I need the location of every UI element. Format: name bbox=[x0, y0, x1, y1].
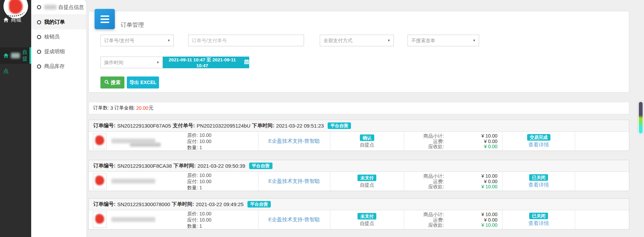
order-header: 订单编号: SN2012291300F8CA38 下单时间: 2021-03-2… bbox=[89, 160, 629, 172]
order-summary-bar: 订单数: 3 订单金额: 20.00 元 bbox=[88, 102, 629, 114]
menu-item-my-orders[interactable]: 我的订单 bbox=[31, 15, 86, 29]
menu-item-verifier[interactable]: 核销员 bbox=[31, 29, 86, 44]
order-state-badge: 已关闭 bbox=[529, 174, 548, 181]
menu-item-pickup-info[interactable]: 自提点信息 bbox=[31, 0, 86, 15]
select-value: 全部支付方式 bbox=[324, 38, 352, 43]
menu-item-commission-detail[interactable]: 提成明细 bbox=[31, 44, 86, 59]
home-icon bbox=[3, 17, 9, 22]
scrollbar-indicator[interactable] bbox=[638, 101, 643, 134]
action-cell: 已关闭 查看详情 bbox=[502, 172, 575, 191]
menu-toggle-button[interactable] bbox=[95, 9, 115, 29]
sidebar-item-label: 商城 bbox=[11, 17, 21, 23]
radio-circle-icon bbox=[37, 64, 41, 69]
subtotal-value: ¥ 10.00 bbox=[444, 133, 502, 139]
pay-method-select[interactable]: 全部支付方式 ▼ bbox=[320, 35, 394, 46]
totals-cell: 商品小计:¥ 10.00 运费:¥ 0.00 应收款:¥ 0.00 bbox=[404, 132, 502, 151]
menu-item-label: 自提点信息 bbox=[58, 4, 84, 11]
order-time-label: 下单时间: bbox=[252, 122, 275, 129]
order-time-value: 2021-03-22 09:49:25 bbox=[196, 201, 243, 207]
order-no-value: SN2012291300078000 bbox=[117, 201, 170, 207]
export-button-label: 导出 EXCEL bbox=[130, 80, 157, 86]
pay-status-badge: 未支付 bbox=[357, 175, 376, 181]
order-row: 原价: 10.00 应付: 10.00 数量: 1 E企盈技术支持-曾智聪 未支… bbox=[89, 172, 629, 191]
product-image-blur bbox=[95, 176, 104, 185]
menu-item-stock[interactable]: 商品库存 bbox=[31, 59, 86, 74]
product-thumbnail[interactable] bbox=[93, 173, 107, 189]
view-detail-link[interactable]: 查看详情 bbox=[528, 142, 549, 148]
action-cell: 已关闭 查看详情 bbox=[502, 210, 575, 229]
chevron-down-icon: ▼ bbox=[156, 57, 159, 68]
order-card: 订单编号: SN2012291300F67A05 支付单号: PN2021032… bbox=[88, 120, 629, 151]
support-link[interactable]: E企盈技术支持-曾智聪 bbox=[268, 138, 320, 144]
order-no-label: 订单编号: bbox=[93, 163, 116, 169]
sidebar-item-label-wrap: 点 bbox=[3, 68, 9, 74]
chevron-down-icon: ▼ bbox=[473, 35, 476, 46]
support-cell: E企盈技术支持-曾智聪 bbox=[258, 132, 330, 151]
search-button[interactable]: 搜索 bbox=[100, 76, 124, 88]
order-number-input[interactable] bbox=[188, 35, 304, 46]
primary-sidebar: 商城 自提 点 bbox=[0, 0, 31, 237]
redacted-text bbox=[11, 53, 20, 58]
order-number-type-select[interactable]: 订单号/支付号 ▼ bbox=[100, 35, 174, 46]
shipping-value: ¥ 0.00 bbox=[444, 179, 502, 185]
order-no-value: SN2012291300F67A05 bbox=[117, 123, 171, 129]
order-time-label: 下单时间: bbox=[172, 201, 194, 208]
menu-item-label: 核销员 bbox=[44, 34, 60, 40]
shipping-value: ¥ 0.00 bbox=[444, 217, 502, 223]
order-state-badge: 交易完成 bbox=[527, 134, 550, 141]
empty-cell bbox=[575, 132, 629, 151]
view-detail-link[interactable]: 查看详情 bbox=[528, 182, 549, 188]
platform-badge: 平台自营 bbox=[249, 163, 272, 169]
support-link[interactable]: E企盈技术支持-曾智聪 bbox=[268, 178, 320, 185]
pickup-label: 自提点 bbox=[360, 142, 374, 148]
time-type-select[interactable]: 操作时间 ▼ bbox=[100, 57, 163, 68]
search-button-label: 搜索 bbox=[111, 80, 121, 86]
first-order-select[interactable]: 不搜索首单 ▼ bbox=[408, 35, 479, 46]
subtotal-value: ¥ 10.00 bbox=[444, 174, 502, 179]
order-no-value: SN2012291300F8CA38 bbox=[117, 163, 172, 169]
export-excel-button[interactable]: 导出 EXCEL bbox=[127, 76, 159, 88]
search-icon bbox=[105, 80, 109, 85]
order-amount-label: 订单金额: bbox=[114, 105, 135, 111]
order-count-label: 订单数: bbox=[93, 105, 109, 111]
pay-no-label: 支付单号: bbox=[173, 122, 195, 129]
order-card: 订单编号: SN2012291300078000 下单时间: 2021-03-2… bbox=[88, 198, 629, 229]
order-count-value: 3 bbox=[110, 105, 113, 111]
receivable-value: ¥ 0.00 bbox=[444, 144, 502, 150]
sidebar-item-pickup-point[interactable]: 自提 bbox=[0, 47, 31, 64]
radio-circle-icon bbox=[37, 35, 41, 39]
status-cell: 未支付 自提点 bbox=[330, 172, 404, 191]
main-content: 订单管理 订单号/支付号 ▼ 全部支付方式 ▼ 不搜索首单 ▼ 操作时间 ▼ 2… bbox=[86, 0, 644, 237]
view-detail-link[interactable]: 查看详情 bbox=[528, 220, 549, 227]
order-time-value: 2021-03-22 09:51:23 bbox=[276, 123, 324, 129]
home-icon bbox=[3, 53, 9, 58]
product-cell: 原价: 10.00 应付: 10.00 数量: 1 bbox=[89, 210, 258, 229]
order-card: 订单编号: SN2012291300F8CA38 下单时间: 2021-03-2… bbox=[88, 160, 629, 191]
order-header: 订单编号: SN2012291300F67A05 支付单号: PN2021032… bbox=[89, 120, 629, 132]
product-thumbnail[interactable] bbox=[93, 212, 107, 228]
date-range-button[interactable]: 2021-09-11 10:47 至 2021-09-11 10:47 bbox=[163, 57, 249, 68]
support-cell: E企盈技术支持-曾智聪 bbox=[258, 172, 330, 191]
select-value: 不搜索首单 bbox=[411, 38, 435, 43]
price-block: 原价: 10.00 应付: 10.00 数量: 1 bbox=[187, 211, 211, 229]
platform-badge: 平台自营 bbox=[328, 122, 351, 129]
totals-cell: 商品小计:¥ 10.00 运费:¥ 0.00 应收款:¥ 10.00 bbox=[404, 210, 502, 229]
order-filter-panel: 订单管理 订单号/支付号 ▼ 全部支付方式 ▼ 不搜索首单 ▼ 操作时间 ▼ 2… bbox=[88, 11, 629, 93]
sidebar-item-label: 自提 bbox=[22, 49, 31, 62]
calendar-icon bbox=[244, 59, 249, 66]
pay-no-value: PN20210322095124bU bbox=[197, 123, 251, 129]
order-header: 订单编号: SN2012291300078000 下单时间: 2021-03-2… bbox=[89, 199, 629, 210]
support-link[interactable]: E企盈技术支持-曾智聪 bbox=[268, 216, 320, 223]
menu-item-label: 提成明细 bbox=[44, 48, 65, 55]
sidebar-item-shop[interactable]: 商城 bbox=[0, 15, 31, 25]
product-thumbnail[interactable] bbox=[93, 133, 107, 149]
subtotal-value: ¥ 10.00 bbox=[444, 212, 502, 217]
radio-circle-icon bbox=[37, 20, 41, 24]
receivable-value: ¥ 10.00 bbox=[444, 184, 502, 190]
secondary-sidebar: 自提点信息 我的订单 核销员 提成明细 商品库存 bbox=[31, 0, 86, 237]
radio-circle-icon bbox=[37, 5, 41, 9]
chevron-down-icon: ▼ bbox=[167, 35, 170, 46]
product-name-redacted bbox=[130, 143, 161, 147]
receivable-value: ¥ 10.00 bbox=[444, 223, 502, 228]
order-amount-value: 20.00 bbox=[136, 105, 148, 111]
